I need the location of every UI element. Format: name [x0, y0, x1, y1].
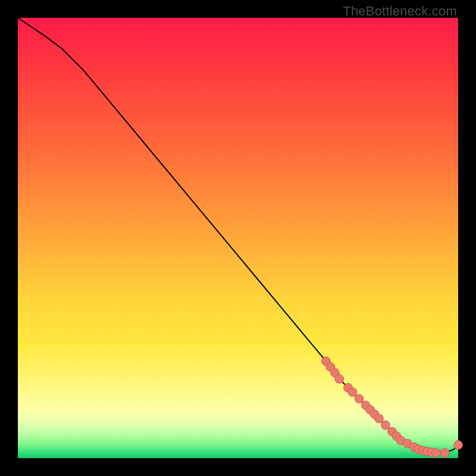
- curve-marker: [335, 374, 344, 383]
- bottleneck-curve: [18, 18, 458, 453]
- curve-marker: [348, 388, 357, 397]
- curve-marker: [454, 440, 463, 449]
- chart-svg: [18, 18, 458, 458]
- chart-frame: TheBottleneck.com: [0, 0, 476, 476]
- curve-marker: [374, 414, 383, 423]
- curve-marker: [355, 394, 364, 403]
- watermark-text: TheBottleneck.com: [343, 4, 457, 19]
- curve-marker: [440, 449, 449, 458]
- curve-markers: [322, 357, 463, 458]
- curve-marker: [381, 421, 390, 430]
- curve-marker: [432, 449, 441, 458]
